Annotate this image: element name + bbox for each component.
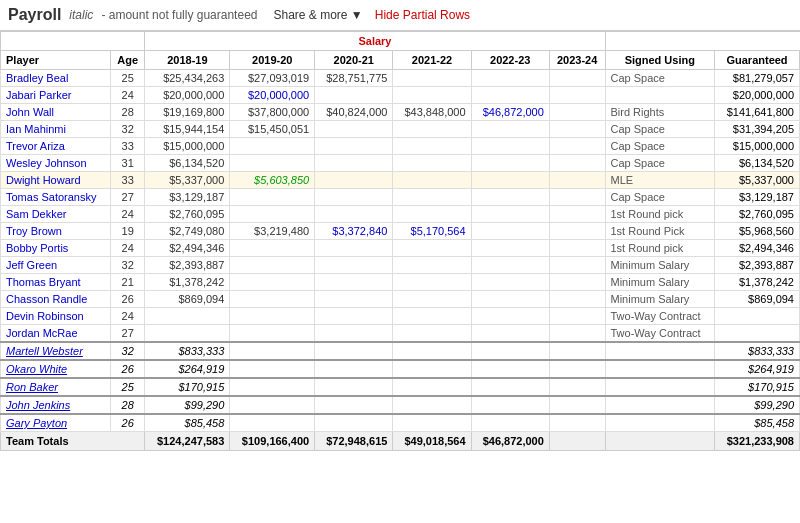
player-name[interactable]: Ian Mahinmi <box>1 121 111 138</box>
player-name[interactable]: Jeff Green <box>1 257 111 274</box>
salary-cell <box>393 257 471 274</box>
salary-cell <box>315 378 393 396</box>
salary-cell <box>393 414 471 432</box>
salary-cell <box>549 87 605 104</box>
salary-cell: $3,129,187 <box>145 189 230 206</box>
guaranteed-amount: $15,000,000 <box>715 138 800 155</box>
player-name[interactable]: Chasson Randle <box>1 291 111 308</box>
table-row: Okaro White26$264,919$264,919 <box>1 360 800 378</box>
salary-cell <box>471 155 549 172</box>
table-row: Wesley Johnson31$6,134,520Cap Space$6,13… <box>1 155 800 172</box>
salary-group-header: Salary <box>1 32 800 51</box>
player-age: 26 <box>111 414 145 432</box>
player-age: 27 <box>111 325 145 343</box>
salary-cell <box>393 325 471 343</box>
salary-cell <box>393 274 471 291</box>
page-header: Payroll italic - amount not fully guaran… <box>0 0 800 31</box>
col-guaranteed: Guaranteed <box>715 51 800 70</box>
player-name[interactable]: Ron Baker <box>1 378 111 396</box>
player-name[interactable]: Troy Brown <box>1 223 111 240</box>
salary-cell <box>393 342 471 360</box>
player-name[interactable]: Trevor Ariza <box>1 138 111 155</box>
salary-cell: $20,000,000 <box>230 87 315 104</box>
salary-cell <box>549 155 605 172</box>
signed-using <box>605 342 715 360</box>
salary-cell <box>471 360 549 378</box>
salary-cell <box>393 189 471 206</box>
player-name[interactable]: Dwight Howard <box>1 172 111 189</box>
share-more-button[interactable]: Share & more ▼ <box>273 8 362 22</box>
salary-cell <box>393 308 471 325</box>
salary-cell <box>549 189 605 206</box>
salary-cell <box>471 206 549 223</box>
salary-cell <box>393 240 471 257</box>
salary-cell <box>549 291 605 308</box>
player-name[interactable]: Sam Dekker <box>1 206 111 223</box>
player-name[interactable]: Martell Webster <box>1 342 111 360</box>
table-row: Chasson Randle26$869,094Minimum Salary$8… <box>1 291 800 308</box>
player-name[interactable]: Jordan McRae <box>1 325 111 343</box>
salary-cell <box>393 378 471 396</box>
italic-label: italic <box>69 8 93 22</box>
salary-cell <box>471 70 549 87</box>
totals: Team Totals$124,247,583$109,166,400$72,9… <box>1 432 800 451</box>
player-name[interactable]: John Jenkins <box>1 396 111 414</box>
salary-cell: $15,450,051 <box>230 121 315 138</box>
salary-cell <box>315 308 393 325</box>
salary-cell: $27,093,019 <box>230 70 315 87</box>
guaranteed-amount: $2,760,095 <box>715 206 800 223</box>
guaranteed-amount: $81,279,057 <box>715 70 800 87</box>
main-rows: Bradley Beal25$25,434,263$27,093,019$28,… <box>1 70 800 343</box>
signed-using: Cap Space <box>605 70 715 87</box>
hide-partial-button[interactable]: Hide Partial Rows <box>375 8 470 22</box>
salary-cell: $19,169,800 <box>145 104 230 121</box>
column-header-row: Player Age 2018-19 2019-20 2020-21 2021-… <box>1 51 800 70</box>
salary-cell: $2,393,887 <box>145 257 230 274</box>
salary-cell <box>471 308 549 325</box>
player-age: 25 <box>111 70 145 87</box>
salary-cell <box>230 342 315 360</box>
salary-cell <box>471 396 549 414</box>
player-age: 24 <box>111 206 145 223</box>
salary-cell: $20,000,000 <box>145 87 230 104</box>
salary-cell: $99,290 <box>145 396 230 414</box>
player-name[interactable]: Okaro White <box>1 360 111 378</box>
salary-cell <box>315 172 393 189</box>
player-age: 26 <box>111 360 145 378</box>
player-name[interactable]: Bradley Beal <box>1 70 111 87</box>
salary-cell <box>393 70 471 87</box>
salary-cell <box>549 104 605 121</box>
player-age: 24 <box>111 240 145 257</box>
player-name[interactable]: Wesley Johnson <box>1 155 111 172</box>
player-name[interactable]: Gary Payton <box>1 414 111 432</box>
salary-cell <box>145 325 230 343</box>
guaranteed-amount: $6,134,520 <box>715 155 800 172</box>
salary-cell <box>230 257 315 274</box>
player-name[interactable]: Devin Robinson <box>1 308 111 325</box>
table-row: Trevor Ariza33$15,000,000Cap Space$15,00… <box>1 138 800 155</box>
salary-cell: $43,848,000 <box>393 104 471 121</box>
player-name[interactable]: John Wall <box>1 104 111 121</box>
player-age: 32 <box>111 257 145 274</box>
salary-cell <box>230 274 315 291</box>
salary-cell <box>315 257 393 274</box>
salary-cell <box>549 240 605 257</box>
table-row: Devin Robinson24Two-Way Contract <box>1 308 800 325</box>
salary-cell <box>549 274 605 291</box>
player-name[interactable]: Jabari Parker <box>1 87 111 104</box>
signed-using <box>605 87 715 104</box>
salary-cell: $2,760,095 <box>145 206 230 223</box>
salary-cell <box>393 172 471 189</box>
guaranteed-amount: $99,290 <box>715 396 800 414</box>
table-row: Ron Baker25$170,915$170,915 <box>1 378 800 396</box>
player-name[interactable]: Bobby Portis <box>1 240 111 257</box>
guaranteed-amount: $1,378,242 <box>715 274 800 291</box>
signed-using: Minimum Salary <box>605 291 715 308</box>
player-name[interactable]: Thomas Bryant <box>1 274 111 291</box>
col-signed-using: Signed Using <box>605 51 715 70</box>
salary-cell <box>471 291 549 308</box>
player-name[interactable]: Tomas Satoransky <box>1 189 111 206</box>
player-age: 26 <box>111 291 145 308</box>
salary-cell <box>549 414 605 432</box>
salary-cell <box>230 396 315 414</box>
